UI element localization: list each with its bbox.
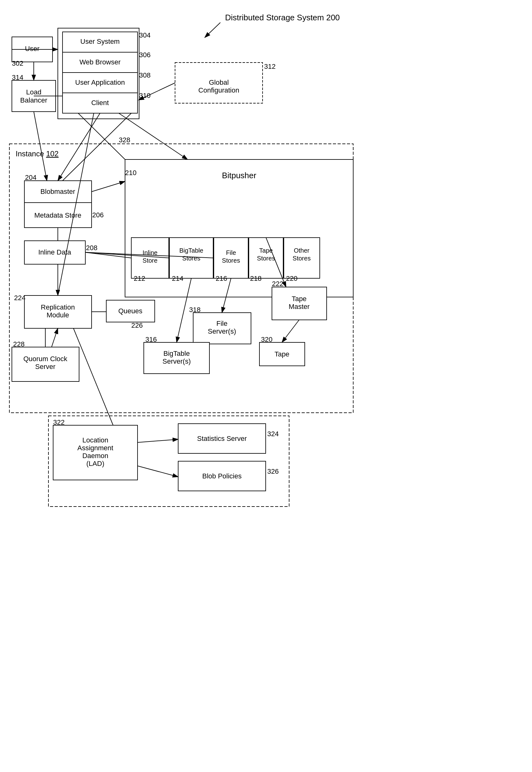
svg-rect-66 — [24, 295, 92, 328]
svg-text:308: 308 — [139, 71, 151, 79]
svg-text:322: 322 — [53, 419, 65, 426]
svg-rect-7 — [63, 52, 138, 73]
svg-text:206: 206 — [92, 211, 104, 219]
svg-rect-33 — [24, 181, 92, 228]
svg-text:Master: Master — [289, 303, 309, 310]
svg-text:208: 208 — [86, 244, 98, 252]
svg-text:320: 320 — [261, 335, 273, 343]
svg-text:Statistics Server: Statistics Server — [197, 435, 247, 443]
svg-rect-77 — [193, 313, 251, 344]
svg-text:204: 204 — [25, 173, 37, 181]
svg-line-109 — [58, 113, 94, 295]
svg-text:File: File — [226, 249, 236, 256]
svg-line-30 — [205, 23, 220, 38]
svg-text:Bitpusher: Bitpusher — [222, 171, 256, 180]
svg-line-102 — [222, 278, 231, 313]
svg-text:Tape: Tape — [292, 295, 307, 303]
svg-line-110 — [73, 328, 116, 432]
svg-text:Blob Policies: Blob Policies — [202, 472, 242, 480]
svg-text:Server(s): Server(s) — [208, 327, 236, 335]
svg-text:Tape: Tape — [274, 350, 289, 358]
svg-text:Daemon: Daemon — [82, 452, 108, 460]
svg-rect-88 — [144, 342, 209, 373]
svg-rect-121 — [178, 461, 266, 491]
svg-text:226: 226 — [131, 321, 143, 329]
svg-line-106 — [58, 113, 100, 181]
svg-text:Store: Store — [143, 257, 158, 264]
svg-text:326: 326 — [267, 468, 279, 475]
svg-rect-9 — [63, 73, 138, 93]
svg-line-129 — [63, 113, 131, 181]
svg-rect-111 — [48, 416, 289, 507]
svg-text:310: 310 — [139, 92, 151, 99]
svg-text:304: 304 — [139, 31, 151, 39]
svg-line-125 — [138, 466, 178, 477]
svg-rect-34 — [24, 181, 92, 203]
svg-text:220: 220 — [286, 274, 298, 282]
svg-rect-43 — [125, 159, 353, 297]
svg-text:Tape: Tape — [259, 247, 273, 254]
svg-text:224: 224 — [14, 294, 26, 302]
svg-rect-5 — [63, 32, 138, 52]
svg-rect-51 — [214, 238, 248, 278]
svg-text:324: 324 — [267, 430, 279, 438]
svg-rect-36 — [24, 203, 92, 228]
svg-text:Location: Location — [82, 436, 108, 444]
svg-text:Global: Global — [209, 78, 229, 86]
svg-rect-73 — [12, 347, 79, 381]
svg-line-96 — [85, 252, 131, 258]
svg-line-128 — [78, 113, 125, 159]
svg-text:Server(s): Server(s) — [163, 357, 191, 365]
svg-text:Inline Data: Inline Data — [38, 248, 71, 256]
svg-text:BigTable: BigTable — [163, 349, 190, 357]
svg-text:Server: Server — [35, 363, 56, 370]
svg-text:Stores: Stores — [182, 255, 200, 262]
svg-text:328: 328 — [119, 136, 130, 144]
svg-text:Inline: Inline — [143, 249, 158, 256]
svg-line-107 — [119, 113, 188, 159]
svg-line-19 — [138, 83, 175, 100]
svg-rect-57 — [284, 238, 320, 278]
svg-text:Other: Other — [294, 247, 309, 254]
svg-rect-54 — [249, 238, 283, 278]
svg-text:Blobmaster: Blobmaster — [40, 188, 75, 195]
svg-text:User: User — [25, 45, 39, 53]
svg-text:Stores: Stores — [257, 255, 275, 262]
svg-text:Distributed Storage System 200: Distributed Storage System 200 — [225, 13, 340, 22]
svg-text:Module: Module — [47, 311, 69, 319]
svg-rect-13 — [175, 63, 263, 103]
svg-text:Replication: Replication — [41, 303, 75, 311]
svg-rect-11 — [63, 93, 138, 113]
svg-text:306: 306 — [139, 51, 151, 59]
svg-text:Assignment: Assignment — [78, 444, 113, 452]
svg-rect-40 — [24, 241, 85, 264]
svg-line-97 — [85, 252, 169, 258]
svg-line-99 — [92, 181, 125, 192]
svg-rect-48 — [169, 238, 213, 278]
svg-text:Instance 102: Instance 102 — [16, 149, 58, 158]
svg-text:216: 216 — [216, 274, 227, 282]
svg-text:(LAD): (LAD) — [86, 460, 104, 468]
svg-line-108 — [34, 112, 47, 181]
svg-line-104 — [282, 320, 299, 342]
svg-text:User System: User System — [80, 38, 120, 45]
svg-text:User Application: User Application — [75, 78, 125, 86]
svg-text:218: 218 — [250, 274, 262, 282]
svg-text:Web Browser: Web Browser — [79, 58, 121, 66]
svg-text:214: 214 — [172, 274, 183, 282]
svg-rect-16 — [12, 80, 56, 112]
svg-text:228: 228 — [13, 340, 25, 348]
svg-text:314: 314 — [12, 73, 23, 81]
svg-rect-81 — [272, 287, 327, 320]
svg-text:212: 212 — [134, 274, 145, 282]
svg-text:Metadata Store: Metadata Store — [34, 211, 81, 219]
svg-rect-112 — [53, 425, 138, 480]
svg-line-103 — [266, 238, 286, 287]
svg-rect-31 — [9, 144, 353, 413]
svg-line-101 — [177, 278, 191, 342]
svg-text:Stores: Stores — [222, 257, 240, 264]
svg-rect-45 — [131, 238, 169, 278]
svg-text:File: File — [216, 319, 227, 327]
svg-text:318: 318 — [189, 306, 201, 313]
svg-text:302: 302 — [12, 59, 23, 67]
